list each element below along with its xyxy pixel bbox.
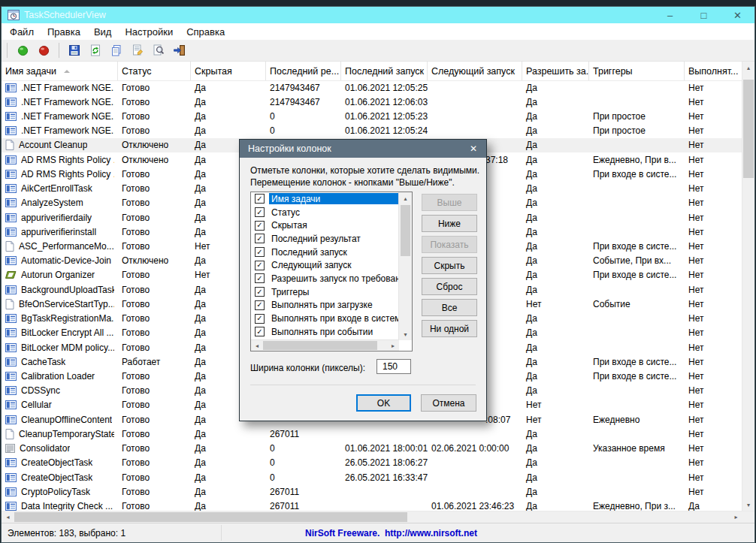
- checkbox-checked-icon[interactable]: ✓: [255, 273, 265, 283]
- table-row[interactable]: .NET Framework NGE...ГотовоДа001.06.2021…: [2, 124, 742, 138]
- table-row[interactable]: .NET Framework NGE...ГотовоДа21479434670…: [2, 80, 742, 95]
- status-cell: Готово: [118, 457, 191, 468]
- run-on-boot-cell: Да: [685, 501, 742, 511]
- find-icon[interactable]: [150, 41, 168, 59]
- scroll-up-icon[interactable]: ▴: [399, 192, 412, 204]
- save-icon[interactable]: [65, 41, 83, 59]
- menu-item-Справка[interactable]: Справка: [180, 25, 231, 39]
- minimize-button[interactable]: –: [653, 7, 687, 23]
- listbox-vscroll-thumb[interactable]: [401, 205, 410, 256]
- checkbox-checked-icon[interactable]: ✓: [255, 261, 265, 270]
- column-list-item[interactable]: ✓Скрытая: [251, 219, 399, 232]
- column-header-Имя задачи[interactable]: Имя задачи: [2, 62, 118, 80]
- column-list-item[interactable]: ✓Выполнять при событии: [251, 325, 399, 339]
- column-width-input[interactable]: [376, 359, 411, 374]
- triggers-cell: Ежедневно: [589, 415, 685, 425]
- menu-item-Правка[interactable]: Правка: [41, 25, 87, 39]
- table-row[interactable]: CryptoPolicyTaskГотовоДа267011ДаНет: [2, 484, 742, 499]
- dialog-button-Ни одной[interactable]: Ни одной: [422, 320, 477, 337]
- column-list-item[interactable]: ✓Следующий запуск: [251, 258, 399, 272]
- exit-icon[interactable]: [171, 41, 189, 59]
- green-ball-icon[interactable]: [14, 41, 32, 59]
- copy-icon[interactable]: [107, 41, 125, 59]
- dialog-close-icon[interactable]: ✕: [461, 140, 486, 158]
- status-cell: Готово: [118, 385, 191, 396]
- scroll-left-icon[interactable]: ◂: [2, 511, 14, 523]
- table-vertical-scrollbar[interactable]: ▴ ▾: [742, 62, 754, 511]
- checkbox-checked-icon[interactable]: ✓: [255, 327, 265, 336]
- menu-item-Вид[interactable]: Вид: [87, 25, 119, 39]
- column-list-item[interactable]: ✓Статус: [251, 206, 399, 219]
- column-list-item[interactable]: ✓Последний результат: [251, 232, 399, 246]
- scroll-down-icon[interactable]: ▾: [742, 499, 754, 511]
- listbox-horizontal-scrollbar[interactable]: ◂ ▸: [251, 339, 399, 351]
- nirsoft-link[interactable]: NirSoft Freeware. http://www.nirsoft.net: [305, 528, 477, 538]
- dialog-title-bar[interactable]: Настройки колонок ✕: [240, 140, 486, 158]
- column-header-Разрешить за...[interactable]: Разрешить за...: [522, 62, 589, 80]
- column-header-Триггеры[interactable]: Триггеры: [589, 62, 685, 80]
- checkbox-checked-icon[interactable]: ✓: [255, 287, 265, 297]
- checkbox-checked-icon[interactable]: ✓: [255, 300, 265, 310]
- column-list-item[interactable]: ✓Имя задачи: [251, 192, 399, 206]
- column-header-Скрытая[interactable]: Скрытая: [191, 62, 266, 80]
- listbox-hscroll-thumb[interactable]: [263, 341, 377, 350]
- menu-item-Файл[interactable]: Файл: [3, 25, 41, 39]
- task-icon: [5, 285, 17, 294]
- checkbox-checked-icon[interactable]: ✓: [255, 247, 265, 257]
- task-name: CreateObjectTask: [21, 457, 92, 468]
- status-cell: Готово: [118, 213, 191, 223]
- task-name-cell: .NET Framework NGE...: [2, 125, 118, 136]
- allow-demand-cell: Да: [522, 487, 589, 497]
- triggers-cell: Ежедневно, При в...: [589, 155, 685, 165]
- table-row[interactable]: CleanupTemporaryStateГотовоДа267011ДаНет: [2, 427, 742, 441]
- column-list-item[interactable]: ✓Триггеры: [251, 285, 399, 299]
- dialog-button-Показать[interactable]: Показать: [422, 236, 477, 253]
- column-list-item[interactable]: ✓Выполнять при загрузке: [251, 299, 399, 312]
- table-horizontal-scrollbar[interactable]: ◂ ▸: [2, 511, 754, 523]
- table-row[interactable]: ConsolidatorГотовоДа001.06.2021 18:00:01…: [2, 441, 742, 455]
- ok-button[interactable]: OK: [356, 394, 411, 412]
- properties-icon[interactable]: [129, 41, 147, 59]
- column-list-item[interactable]: ✓Выполнять при входе в систему: [251, 312, 399, 325]
- refresh-icon[interactable]: [86, 41, 104, 59]
- scroll-up-icon[interactable]: ▴: [742, 62, 754, 74]
- column-header-Последний запуск[interactable]: Последний запуск: [341, 62, 428, 80]
- column-list-item[interactable]: ✓Последний запуск: [251, 246, 399, 259]
- sort-ascending-icon: [64, 70, 70, 73]
- checkbox-checked-icon[interactable]: ✓: [255, 314, 265, 324]
- checkbox-checked-icon[interactable]: ✓: [255, 207, 265, 217]
- menu-item-Настройки[interactable]: Настройки: [118, 25, 180, 39]
- column-header-Статус[interactable]: Статус: [118, 62, 191, 80]
- maximize-button[interactable]: □: [687, 7, 721, 23]
- table-row[interactable]: .NET Framework NGE...ГотовоДа21479434670…: [2, 95, 742, 109]
- table-row[interactable]: CreateObjectTaskГотовоДа026.05.2021 18:0…: [2, 456, 742, 470]
- table-row[interactable]: .NET Framework NGE...ГотовоДа001.06.2021…: [2, 109, 742, 123]
- cancel-button[interactable]: Отмена: [421, 394, 476, 412]
- dialog-button-Ниже[interactable]: Ниже: [422, 215, 477, 232]
- scroll-right-icon[interactable]: ▸: [730, 511, 742, 523]
- red-ball-icon[interactable]: [35, 41, 53, 59]
- dialog-button-Сброс[interactable]: Сброс: [422, 278, 477, 295]
- column-header-Следующий запуск[interactable]: Следующий запуск: [428, 62, 522, 80]
- table-row[interactable]: CreateObjectTaskГотовоДа026.05.2021 16:3…: [2, 470, 742, 484]
- scroll-left-icon[interactable]: ◂: [251, 340, 263, 351]
- close-button[interactable]: ✕: [721, 7, 754, 23]
- dialog-button-Скрыть[interactable]: Скрыть: [422, 257, 477, 274]
- run-on-boot-cell: Нет: [685, 241, 742, 252]
- scroll-down-icon[interactable]: ▾: [399, 328, 412, 340]
- column-list-item[interactable]: ✓Разрешить запуск по требованию: [251, 272, 399, 285]
- status-cell: Готово: [118, 443, 191, 454]
- column-header-Выполнят...[interactable]: Выполнят...: [685, 62, 745, 80]
- dialog-button-Все[interactable]: Все: [422, 299, 477, 316]
- horizontal-scrollbar-thumb[interactable]: [14, 512, 407, 522]
- dialog-button-Выше[interactable]: Выше: [422, 194, 477, 211]
- table-row[interactable]: Data Integrity Check ...ГотовоДа26701101…: [2, 499, 742, 511]
- column-header-Последний ре...[interactable]: Последний ре...: [266, 62, 341, 80]
- last-run-cell: 01.06.2021 12:05:25: [341, 83, 428, 93]
- checkbox-checked-icon[interactable]: ✓: [255, 234, 265, 243]
- scroll-right-icon[interactable]: ▸: [387, 340, 399, 351]
- vertical-scrollbar-thumb[interactable]: [743, 80, 754, 178]
- listbox-vertical-scrollbar[interactable]: ▴ ▾: [398, 192, 412, 340]
- checkbox-checked-icon[interactable]: ✓: [255, 221, 265, 231]
- checkbox-checked-icon[interactable]: ✓: [255, 194, 265, 204]
